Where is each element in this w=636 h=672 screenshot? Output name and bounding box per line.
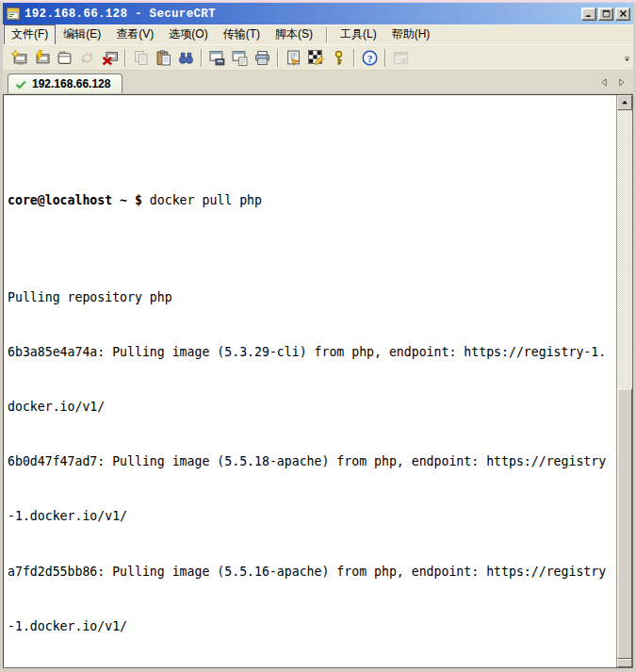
terminal-prompt-line: core@localhost ~ $ docker pull php	[8, 194, 616, 206]
raw-log-session-button[interactable]	[228, 47, 251, 69]
terminal-blank-space	[8, 129, 616, 166]
terminal-output: Pulling repository php 6b3a85e4a74a: Pul…	[8, 235, 616, 667]
global-options-button[interactable]	[304, 47, 327, 69]
help-button[interactable]	[358, 47, 381, 69]
app-window-icon	[393, 50, 409, 66]
connect-in-tab-button[interactable]	[53, 47, 75, 69]
close-button[interactable]	[615, 8, 630, 21]
toolbar	[3, 44, 633, 71]
scrollbar-thumb[interactable]	[617, 388, 632, 659]
menu-tools[interactable]: 工具(L)	[333, 25, 384, 45]
session-options-button[interactable]	[282, 47, 304, 69]
securecrt-app-icon[interactable]	[6, 7, 21, 22]
key-agent-icon	[331, 50, 347, 66]
copy-icon	[133, 50, 149, 66]
paste-button[interactable]	[152, 47, 174, 69]
quick-connect-icon	[11, 50, 27, 66]
menu-options[interactable]: 选项(O)	[161, 25, 215, 45]
shell-command: docker pull php	[150, 193, 262, 207]
minimize-icon	[585, 9, 594, 18]
app-window-button[interactable]	[389, 47, 412, 69]
toolbar-separator	[381, 47, 389, 69]
toolbar-separator	[350, 47, 358, 69]
tab-nav	[599, 76, 627, 89]
tab-next-button[interactable]	[616, 76, 627, 89]
reconnect-icon	[79, 50, 95, 66]
menu-transfer[interactable]: 传输(T)	[216, 25, 268, 45]
disconnect-button[interactable]	[98, 47, 121, 69]
tab-bar: 192.168.66.128	[3, 71, 633, 94]
log-session-icon	[209, 50, 225, 66]
terminal-line: -1.docker.io/v1/	[8, 620, 616, 632]
reconnect-button[interactable]	[75, 47, 98, 69]
scrollbar-down-button[interactable]	[617, 659, 632, 667]
connect-button[interactable]	[30, 47, 53, 69]
toolbar-overflow-button[interactable]	[621, 52, 632, 65]
global-options-icon	[308, 50, 324, 66]
disconnect-icon	[102, 50, 118, 66]
connect-in-tab-icon	[57, 50, 73, 66]
log-session-button[interactable]	[205, 47, 228, 69]
scrollbar-up-button[interactable]	[617, 95, 632, 110]
raw-log-session-icon	[232, 50, 248, 66]
menu-bar: 文件(F) 编辑(E) 查看(V) 选项(O) 传输(T) 脚本(S) 工具(L…	[3, 25, 633, 44]
window-controls	[579, 8, 630, 21]
print-button[interactable]	[251, 47, 273, 69]
terminal-line: docker.io/v1/	[8, 401, 616, 413]
paste-icon	[155, 50, 171, 66]
terminal-line: a7fd2d55bb86: Pulling image (5.5.16-apac…	[8, 565, 616, 578]
titlebar[interactable]: 192.168.66.128 - SecureCRT	[3, 3, 633, 25]
tab-prev-button[interactable]	[599, 76, 610, 89]
terminal-line: 6b0d47f47ad7: Pulling image (5.5.18-apac…	[8, 455, 616, 467]
menu-edit[interactable]: 编辑(E)	[56, 25, 108, 45]
menu-script[interactable]: 脚本(S)	[268, 25, 320, 45]
quick-connect-button[interactable]	[8, 47, 30, 69]
terminal-line: Pulling repository php	[8, 291, 616, 303]
window-title: 192.168.66.128 - SecureCRT	[24, 8, 579, 21]
tab-prev-icon	[599, 76, 610, 89]
terminal-scrollbar[interactable]	[616, 95, 632, 667]
find-button[interactable]	[174, 47, 197, 69]
connect-icon	[34, 50, 50, 66]
securecrt-window: 192.168.66.128 - SecureCRT 文件(F) 编辑(E) 查…	[0, 0, 636, 672]
copy-button[interactable]	[129, 47, 152, 69]
menu-file[interactable]: 文件(F)	[4, 25, 56, 45]
toolbar-buttons	[8, 47, 412, 69]
maximize-icon	[602, 9, 611, 18]
maximize-button[interactable]	[598, 8, 613, 21]
session-tab-192-168-66-128[interactable]: 192.168.66.128	[8, 74, 122, 93]
toolbar-overflow-icon	[623, 54, 631, 64]
menu-help[interactable]: 帮助(H)	[384, 25, 438, 45]
toolbar-separator	[197, 47, 205, 69]
terminal-screen[interactable]: core@localhost ~ $ docker pull php Pulli…	[4, 95, 616, 667]
key-agent-button[interactable]	[327, 47, 350, 69]
terminal-area: core@localhost ~ $ docker pull php Pulli…	[3, 94, 633, 668]
connected-check-icon	[15, 78, 27, 90]
print-icon	[254, 50, 270, 66]
close-icon	[619, 9, 628, 18]
toolbar-separator	[273, 47, 282, 69]
session-options-icon	[285, 50, 302, 66]
scroll-up-icon	[620, 98, 629, 107]
find-icon	[178, 50, 194, 66]
help-icon	[362, 50, 378, 66]
minimize-button[interactable]	[581, 8, 596, 21]
terminal-line: 6b3a85e4a74a: Pulling image (5.3.29-cli)…	[8, 346, 616, 358]
tab-next-icon	[616, 76, 627, 89]
toolbar-separator	[121, 47, 129, 69]
tab-label: 192.168.66.128	[32, 77, 110, 90]
shell-prompt: core@localhost ~ $	[8, 193, 150, 207]
terminal-line: -1.docker.io/v1/	[8, 510, 616, 522]
menu-view[interactable]: 查看(V)	[108, 25, 161, 45]
